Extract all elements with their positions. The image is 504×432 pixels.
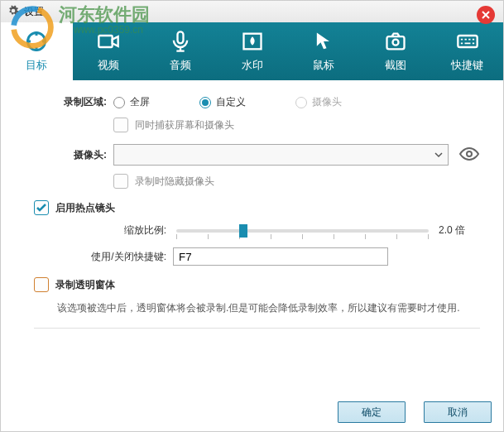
zoom-slider-thumb[interactable] bbox=[239, 224, 247, 238]
tab-hotkey[interactable]: 快捷键 bbox=[431, 22, 503, 80]
svg-rect-8 bbox=[458, 36, 477, 47]
tab-target-label: 目标 bbox=[26, 58, 47, 73]
radio-webcam: 摄像头 bbox=[295, 95, 342, 109]
gear-icon bbox=[7, 5, 19, 19]
radio-custom-label: 自定义 bbox=[216, 95, 246, 109]
capture-both-label: 同时捕获屏幕和摄像头 bbox=[135, 118, 234, 132]
preview-camera-button[interactable] bbox=[458, 146, 480, 164]
svg-rect-3 bbox=[98, 36, 112, 47]
enable-hotspot-label: 启用热点镜头 bbox=[55, 201, 115, 215]
zoom-slider[interactable] bbox=[176, 229, 429, 233]
tab-mouse-label: 鼠标 bbox=[313, 58, 334, 73]
content-pane: 录制区域: 全屏 自定义 摄像头 同时捕获屏幕和摄像头 摄像头: bbox=[1, 80, 503, 350]
transparent-window-checkbox[interactable]: 录制透明窗体 bbox=[34, 277, 480, 292]
transparent-window-desc: 该选项被选中后，透明窗体将会被录制.但是可能会降低录制效率，所以建议有需要时才使… bbox=[57, 300, 480, 316]
enable-hotspot-checkbox[interactable]: 启用热点镜头 bbox=[34, 200, 480, 215]
tab-mouse[interactable]: 鼠标 bbox=[288, 22, 360, 80]
radio-webcam-label: 摄像头 bbox=[312, 95, 342, 109]
tab-video[interactable]: 视频 bbox=[73, 22, 145, 80]
radio-custom[interactable]: 自定义 bbox=[199, 95, 246, 109]
tab-target[interactable]: 目标 bbox=[1, 22, 73, 80]
recording-area-label: 录制区域: bbox=[34, 95, 107, 109]
zoom-ratio-label: 缩放比例: bbox=[113, 223, 166, 238]
close-button[interactable] bbox=[477, 6, 495, 24]
hide-camera-checkbox[interactable]: 录制时隐藏摄像头 bbox=[113, 174, 480, 189]
camera-label: 摄像头: bbox=[34, 148, 107, 162]
tab-audio[interactable]: 音频 bbox=[144, 22, 216, 80]
ok-button[interactable]: 确定 bbox=[338, 401, 406, 423]
tab-video-label: 视频 bbox=[98, 58, 119, 73]
tab-watermark-label: 水印 bbox=[242, 58, 263, 73]
capture-both-checkbox[interactable]: 同时捕获屏幕和摄像头 bbox=[113, 118, 480, 132]
tab-screenshot-label: 截图 bbox=[385, 58, 406, 73]
cancel-button[interactable]: 取消 bbox=[424, 401, 492, 423]
svg-point-7 bbox=[392, 40, 398, 46]
chevron-down-icon bbox=[434, 151, 443, 159]
tab-screenshot[interactable]: 截图 bbox=[360, 22, 432, 80]
tab-watermark[interactable]: 水印 bbox=[216, 22, 288, 80]
transparent-window-label: 录制透明窗体 bbox=[55, 278, 115, 292]
tabbar: 目标 视频 音频 水印 鼠标 截图 快捷键 bbox=[1, 22, 503, 80]
hotkey-input[interactable] bbox=[173, 247, 388, 266]
hotkey-label: 使用/关闭快捷键: bbox=[80, 250, 166, 264]
tab-audio-label: 音频 bbox=[170, 58, 191, 73]
svg-point-9 bbox=[467, 151, 472, 156]
tab-hotkey-label: 快捷键 bbox=[451, 58, 483, 73]
radio-fullscreen[interactable]: 全屏 bbox=[113, 95, 150, 109]
camera-dropdown[interactable] bbox=[113, 144, 449, 166]
footer: 确定 取消 bbox=[338, 401, 492, 423]
zoom-value: 2.0 倍 bbox=[439, 223, 480, 238]
svg-rect-6 bbox=[386, 36, 404, 49]
radio-fullscreen-label: 全屏 bbox=[130, 95, 150, 109]
titlebar: 设置 bbox=[1, 1, 503, 22]
hide-camera-label: 录制时隐藏摄像头 bbox=[135, 175, 214, 189]
divider bbox=[34, 328, 480, 329]
window-title: 设置 bbox=[24, 5, 44, 19]
svg-rect-4 bbox=[177, 31, 183, 43]
